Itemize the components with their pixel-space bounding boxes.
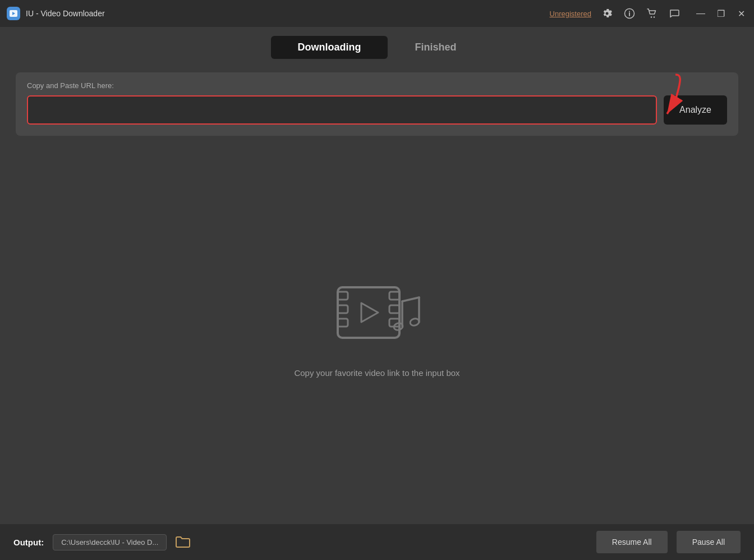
- svg-line-16: [402, 297, 419, 301]
- svg-rect-9: [338, 305, 348, 313]
- minimize-button[interactable]: —: [695, 7, 707, 20]
- tab-downloading[interactable]: Downloading: [271, 36, 388, 59]
- tab-finished[interactable]: Finished: [388, 36, 483, 59]
- svg-rect-11: [389, 292, 399, 300]
- output-path: C:\Users\decck\IU - Video D...: [53, 534, 167, 550]
- svg-marker-14: [361, 303, 378, 322]
- svg-rect-8: [338, 292, 348, 300]
- empty-state-icon: [332, 276, 422, 355]
- tab-bar: Downloading Finished: [0, 27, 754, 68]
- url-label: Copy and Paste URL here:: [27, 81, 727, 90]
- chat-icon[interactable]: [668, 7, 681, 20]
- url-section: Copy and Paste URL here: Analyze: [16, 72, 738, 136]
- svg-rect-12: [389, 305, 399, 313]
- empty-state-message: Copy your favorite video link to the inp…: [294, 368, 459, 378]
- maximize-button[interactable]: ❐: [715, 7, 727, 20]
- window-controls: — ❐ ✕: [695, 7, 747, 20]
- main-content: Downloading Finished Copy and Paste URL …: [0, 27, 754, 524]
- pause-all-button[interactable]: Pause All: [677, 531, 741, 553]
- svg-rect-10: [338, 319, 348, 327]
- settings-icon[interactable]: [600, 7, 614, 20]
- unregistered-link[interactable]: Unregistered: [550, 10, 591, 18]
- app-icon: [7, 7, 20, 20]
- svg-point-6: [654, 16, 655, 17]
- close-button[interactable]: ✕: [735, 7, 747, 20]
- app-title: IU - Video Downloader: [26, 9, 105, 18]
- info-icon[interactable]: [623, 7, 636, 20]
- svg-point-19: [410, 318, 420, 327]
- title-bar-right: Unregistered: [550, 7, 747, 20]
- resume-all-button[interactable]: Resume All: [596, 531, 668, 553]
- title-bar: IU - Video Downloader Unregistered: [0, 0, 754, 27]
- output-label: Output:: [13, 538, 44, 547]
- analyze-button[interactable]: Analyze: [664, 95, 727, 125]
- cart-icon[interactable]: [645, 7, 659, 20]
- url-input[interactable]: [27, 95, 657, 125]
- url-row: Analyze: [27, 95, 727, 125]
- svg-point-4: [629, 11, 630, 12]
- empty-state: Copy your favorite video link to the inp…: [0, 140, 754, 524]
- folder-icon[interactable]: [176, 536, 190, 548]
- title-bar-left: IU - Video Downloader: [7, 7, 105, 20]
- svg-point-5: [651, 16, 652, 17]
- bottom-bar: Output: C:\Users\decck\IU - Video D... R…: [0, 524, 754, 560]
